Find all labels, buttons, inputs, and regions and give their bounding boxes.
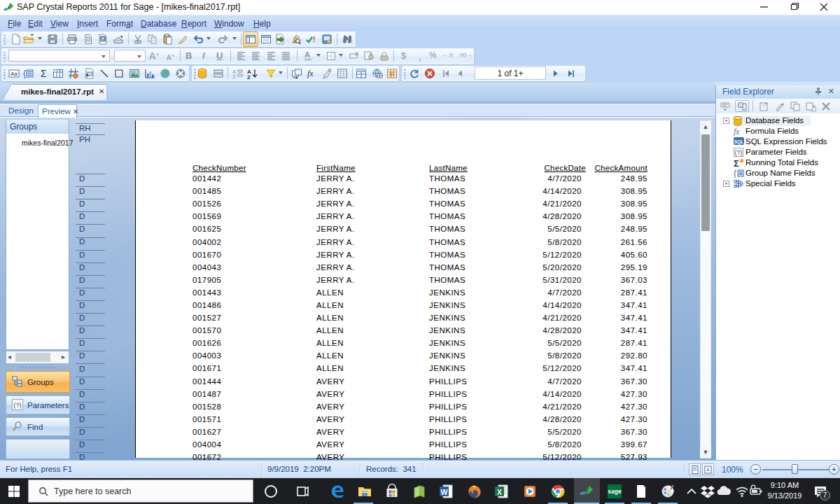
svg-text:Σ: Σ bbox=[41, 68, 47, 79]
svg-text:fx: fx bbox=[307, 69, 314, 78]
svg-text:{: { bbox=[23, 69, 26, 78]
svg-text:W: W bbox=[441, 487, 448, 496]
svg-text:!: ! bbox=[313, 35, 316, 43]
svg-text:Z: Z bbox=[232, 74, 236, 79]
svg-text:SQL: SQL bbox=[734, 139, 743, 145]
svg-text:(?): (?) bbox=[735, 149, 743, 156]
svg-text:?: ? bbox=[389, 71, 393, 78]
svg-text:{: { bbox=[734, 169, 736, 178]
svg-text:X: X bbox=[497, 487, 502, 496]
svg-text:A: A bbox=[304, 50, 310, 59]
svg-text:Σ: Σ bbox=[734, 158, 739, 167]
svg-text:fx: fx bbox=[734, 127, 740, 136]
svg-text:sage: sage bbox=[608, 488, 622, 495]
svg-text:(?): (?) bbox=[13, 401, 21, 408]
svg-text:Z: Z bbox=[247, 74, 251, 80]
svg-text:✱: ✱ bbox=[739, 158, 744, 164]
svg-text:Aa: Aa bbox=[10, 71, 18, 77]
